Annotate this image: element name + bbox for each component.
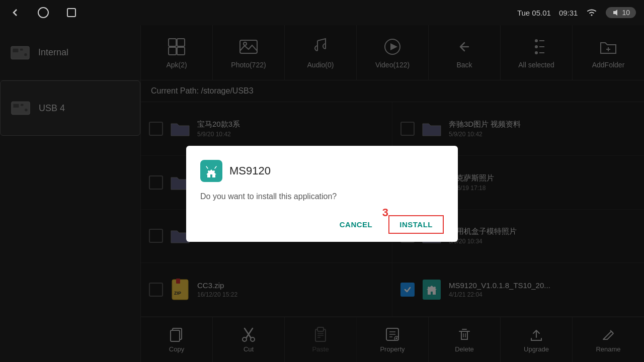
svg-point-51 [213,170,215,172]
svg-point-0 [38,8,48,18]
dialog-app-icon [200,160,222,182]
recents-nav-icon[interactable] [64,6,78,20]
dialog-message: Do you want to install this application? [200,192,444,201]
svg-marker-2 [613,10,617,16]
home-nav-icon[interactable] [36,6,50,20]
volume-icon [612,9,620,17]
wifi-icon [586,8,598,17]
dialog-overlay: MS9120 Do you want to install this appli… [0,25,644,362]
date-display: Tue 05.01 [517,9,551,17]
time-display: 09:31 [559,9,578,17]
dialog-title: MS9120 [229,164,271,177]
dialog-buttons: 3 CANCEL INSTALL [200,215,444,234]
volume-level: 10 [622,9,630,17]
install-dialog: MS9120 Do you want to install this appli… [186,146,458,242]
nav-buttons [8,6,78,20]
install-button[interactable]: INSTALL [388,215,444,234]
svg-rect-1 [67,9,75,17]
volume-badge: 10 [606,7,636,18]
status-bar: Tue 05.01 09:31 10 [0,0,644,25]
dialog-header: MS9120 [200,160,444,182]
cancel-button[interactable]: CANCEL [332,215,381,234]
back-nav-icon[interactable] [8,6,22,20]
svg-point-50 [208,170,210,172]
status-bar-right: Tue 05.01 09:31 10 [517,7,636,18]
dialog-step-number: 3 [382,206,388,219]
